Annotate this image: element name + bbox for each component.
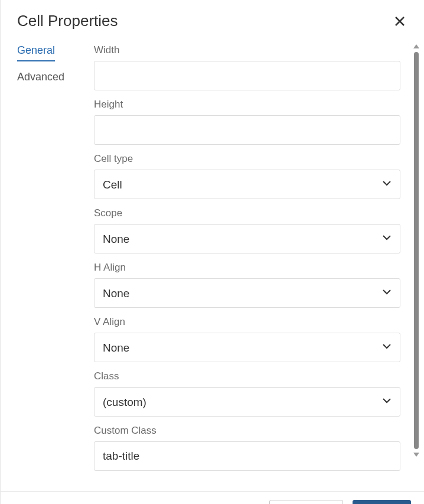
h-align-select-wrap: None [94,278,400,308]
field-scope: Scope None [94,207,400,253]
field-v-align: V Align None [94,316,400,362]
custom-class-input[interactable] [94,441,400,471]
scope-select-wrap: None [94,224,400,253]
v-align-select-wrap: None [94,333,400,362]
class-select-wrap: (custom) [94,387,400,417]
class-select[interactable]: (custom) [94,387,400,417]
dialog-header: Cell Properties [1,0,424,44]
v-align-label: V Align [94,316,400,328]
custom-class-label: Custom Class [94,425,400,437]
tabs-nav: General Advanced [17,44,94,491]
field-height: Height [94,99,400,145]
tab-general[interactable]: General [17,44,55,61]
field-cell-type: Cell type Cell [94,153,400,199]
field-width: Width [94,44,400,90]
close-icon [394,16,405,27]
height-label: Height [94,99,400,110]
scrollbar[interactable] [412,44,420,457]
cell-type-select[interactable]: Cell [94,170,400,199]
h-align-label: H Align [94,262,400,274]
width-label: Width [94,44,400,56]
cell-type-select-wrap: Cell [94,170,400,199]
width-input[interactable] [94,61,400,90]
h-align-select[interactable]: None [94,278,400,308]
field-h-align: H Align None [94,262,400,308]
cell-properties-dialog: Cell Properties General Advanced Width H… [0,0,424,504]
close-button[interactable] [392,14,407,29]
dialog-body: General Advanced Width Height Cell type … [1,44,424,491]
form-area: Width Height Cell type Cell Scope [94,44,424,491]
scroll-down-icon[interactable] [413,453,419,457]
dialog-title: Cell Properties [17,12,118,30]
class-label: Class [94,370,400,382]
dialog-footer: CANCEL SAVE [1,491,424,504]
cell-type-label: Cell type [94,153,400,165]
field-class: Class (custom) [94,370,400,417]
cancel-button[interactable]: CANCEL [269,500,343,504]
save-button[interactable]: SAVE [353,500,412,504]
scope-label: Scope [94,207,400,219]
v-align-select[interactable]: None [94,333,400,362]
field-custom-class: Custom Class [94,425,400,471]
tab-advanced[interactable]: Advanced [17,71,64,87]
scroll-up-icon[interactable] [413,44,419,48]
scroll-thumb[interactable] [414,52,419,449]
height-input[interactable] [94,115,400,145]
scope-select[interactable]: None [94,224,400,253]
